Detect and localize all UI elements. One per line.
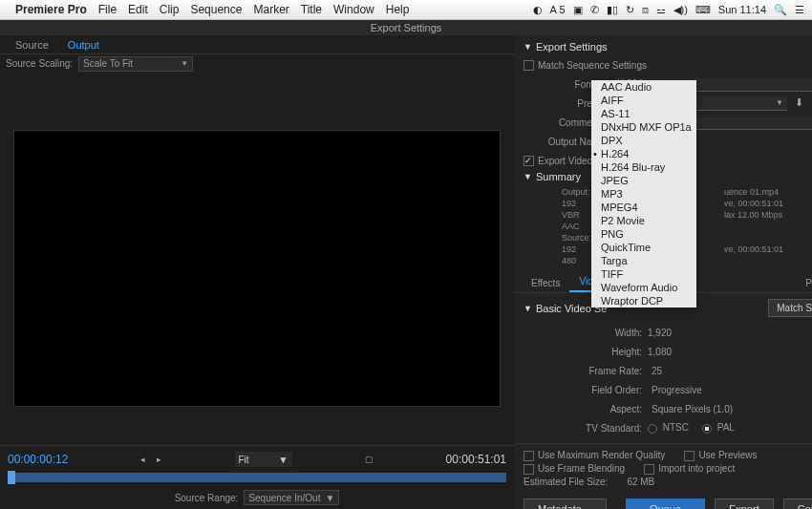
camera-icon[interactable]: ▣ [573,4,583,16]
aspect-dropdown[interactable]: Square Pixels (1.0)▾ [648,402,812,416]
match-source-button[interactable]: Match Source [768,299,812,317]
ntsc-radio[interactable] [648,424,657,434]
menu-edit[interactable]: Edit [128,3,148,16]
aspect-label: Aspect: [524,404,648,414]
tab-output[interactable]: Output [58,39,109,51]
wifi-icon[interactable]: ⚍ [656,4,666,16]
match-sequence-checkbox[interactable] [524,60,534,71]
source-range-dropdown[interactable]: Sequence In/Out▼ [244,490,339,505]
crop-icon[interactable]: ▢ [365,455,374,464]
source-scaling-dropdown[interactable]: Scale To Fit▼ [78,56,193,72]
menu-marker[interactable]: Marker [253,3,288,16]
format-option[interactable]: H.264 Blu-ray [591,160,696,174]
pal-label: PAL [717,422,735,433]
format-option[interactable]: JPEG [591,174,696,187]
export-video-label: Export Video [538,156,592,166]
max-render-label: Use Maximum Render Quality [538,450,665,460]
chevron-down-icon: ▼ [181,59,188,68]
frame-blend-checkbox[interactable] [524,464,534,475]
format-option[interactable]: PNG [591,227,696,241]
menu-clip[interactable]: Clip [160,3,180,16]
format-option[interactable]: MPEG4 [591,201,696,214]
tab-effects[interactable]: Effects [522,274,569,292]
save-preset-icon[interactable]: ⬇ [793,96,806,110]
app-menu[interactable]: Premiere Pro [15,3,87,16]
format-option[interactable]: Waveform Audio [591,281,696,294]
est-size-value: 62 MB [627,477,654,487]
menu-sequence[interactable]: Sequence [190,3,242,16]
use-previews-label: Use Previews [698,450,757,460]
menu-title[interactable]: Title [301,3,322,16]
search-icon[interactable]: 🔍 [774,4,787,16]
format-option[interactable]: QuickTime [591,241,696,254]
chevron-down-icon: ▼ [325,493,334,503]
format-option[interactable]: TIFF [591,267,696,281]
timeline-slider[interactable] [8,473,506,482]
format-option[interactable]: MP3 [591,187,696,201]
menu-help[interactable]: Help [386,3,410,16]
menu-file[interactable]: File [98,3,117,16]
battery-icon[interactable]: ▮▯ [607,4,618,16]
disclosure-triangle-icon: ▼ [524,172,532,181]
format-option[interactable]: Targa [591,254,696,267]
disclosure-triangle-icon: ▼ [524,304,532,313]
max-render-checkbox[interactable] [524,451,534,461]
format-option[interactable]: DNxHD MXF OP1a [591,120,696,134]
export-video-checkbox[interactable] [524,156,534,166]
preview-video[interactable] [13,130,501,407]
volume-icon[interactable]: ◀)) [673,4,688,16]
format-option[interactable]: P2 Movie [591,214,696,227]
disclosure-triangle-icon: ▼ [524,42,532,52]
tab-source[interactable]: Source [6,39,58,51]
frame-blend-label: Use Frame Blending [538,463,625,474]
step-fwd-icon[interactable]: ▸ [157,455,161,464]
preview-area [0,73,514,445]
step-back-icon[interactable]: ◂ [140,455,145,464]
pal-radio[interactable] [702,424,712,434]
export-settings-header[interactable]: ▼ Export Settings [524,41,812,53]
height-value[interactable]: 1,080 [648,347,812,357]
zoom-fit-dropdown[interactable]: Fit▼ [235,452,292,467]
fieldorder-dropdown[interactable]: Progressive▾ [648,383,812,397]
format-option[interactable]: DPX [591,134,696,147]
mac-menu-bar: Premiere Pro File Edit Clip Sequence Mar… [0,0,812,20]
phone-icon[interactable]: ✆ [590,4,599,16]
format-option-selected[interactable]: H.264 [591,147,696,160]
tab-publish[interactable]: Publish [796,274,812,292]
window-title: Export Settings [0,20,812,35]
source-range-label: Source Range: [175,493,239,503]
menu-icon[interactable]: ☰ [795,4,804,16]
chevron-down-icon: ▼ [279,455,288,465]
format-option[interactable]: AAC Audio [591,80,696,94]
format-dropdown-menu[interactable]: AAC Audio AIFF AS-11 DNxHD MXF OP1a DPX … [591,80,696,308]
est-size-label: Estimated File Size: [524,477,608,487]
timecode-in[interactable]: 00:00:00:12 [8,453,68,466]
input-icon[interactable]: ⌨ [695,4,711,16]
chevron-down-icon: ▼ [776,98,783,107]
timecode-out: 00:00:51:01 [446,453,506,466]
source-scaling-label: Source Scaling: [6,58,73,69]
notif-icon[interactable]: A 5 [550,4,566,15]
export-button[interactable]: Export [715,498,774,509]
import-project-checkbox[interactable] [644,464,654,475]
status-icons: ◐ A 5 ▣ ✆ ▮▯ ↻ ⧈ ⚍ ◀)) ⌨ Sun 11:14 🔍 ☰ [533,4,804,16]
cc-icon[interactable]: ◐ [533,4,543,16]
format-option[interactable]: Wraptor DCP [591,294,696,308]
playhead-handle[interactable] [8,471,15,484]
format-option[interactable]: AS-11 [591,107,696,120]
queue-button[interactable]: Queue [626,498,705,509]
match-sequence-label: Match Sequence Settings [538,60,647,71]
fieldorder-label: Field Order: [524,385,648,395]
framerate-dropdown[interactable]: 25▾ [648,364,812,378]
import-project-label: Import into project [658,463,735,474]
metadata-button[interactable]: Metadata… [524,498,607,509]
format-option[interactable]: AIFF [591,94,696,107]
sync-icon[interactable]: ↻ [626,4,634,16]
clock[interactable]: Sun 11:14 [718,4,766,15]
dropbox-icon[interactable]: ⧈ [642,4,649,16]
tvstd-label: TV Standard: [524,423,648,434]
use-previews-checkbox[interactable] [684,451,694,461]
cancel-button[interactable]: Cancel [783,498,812,509]
width-value[interactable]: 1,920 [648,328,812,338]
menu-window[interactable]: Window [333,3,374,16]
